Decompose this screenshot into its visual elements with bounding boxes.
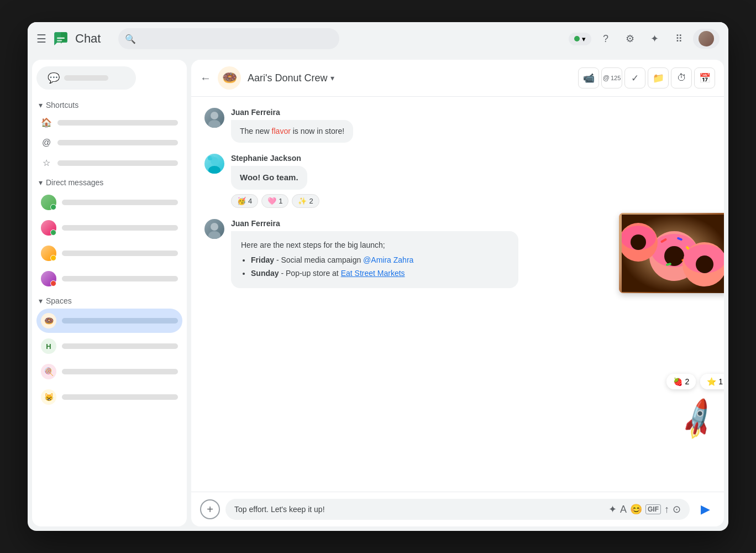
space-item-star[interactable]: 😸 <box>36 385 182 409</box>
reaction-sparkle[interactable]: ✨ 2 <box>292 194 319 208</box>
donut-image <box>619 213 724 293</box>
donut-image-inner <box>619 213 724 293</box>
space-item-lollipop[interactable]: 🍭 <box>36 359 182 384</box>
chat-group-icon: 🍩 <box>218 66 241 90</box>
space-item-h[interactable]: H <box>36 334 182 358</box>
h-space-icon: H <box>41 338 56 354</box>
dm-item-3[interactable] <box>36 241 182 265</box>
input-area: + ✦ A 😊 GIF ↑ ⊙ ▶ <box>191 492 724 526</box>
dm-label: Direct messages <box>46 178 103 187</box>
dm-section-header[interactable]: ▾ Direct messages <box>36 174 182 189</box>
svg-point-8 <box>211 223 218 231</box>
format-icon[interactable]: A <box>620 504 627 515</box>
reaction-heart[interactable]: 🩷 1 <box>261 194 288 208</box>
svg-point-14 <box>664 246 684 266</box>
sunday-text: - Pop-up store at <box>281 269 340 278</box>
eat-street-link[interactable]: Eat Street Markets <box>341 269 405 278</box>
dm-name-1 <box>62 200 178 205</box>
msg-avatar-juan-2 <box>204 219 224 239</box>
shortcuts-label: Shortcuts <box>46 101 78 109</box>
grid-icon: ⠿ <box>675 33 683 45</box>
back-button[interactable]: ← <box>200 72 211 85</box>
star-count: 1 <box>718 377 723 386</box>
reaction-party[interactable]: 🥳 4 <box>231 194 258 208</box>
status-indicator[interactable]: ▾ <box>569 33 591 45</box>
rocket-icon: 🚀 <box>674 396 722 443</box>
star-reaction[interactable]: ⭐ 1 <box>700 374 724 389</box>
steps-bubble: Here are the next steps for the big laun… <box>231 231 518 288</box>
hamburger-icon[interactable]: ☰ <box>36 32 46 45</box>
dm-avatar-1 <box>41 195 56 210</box>
add-button[interactable]: + <box>200 499 220 519</box>
dm-name-4 <box>62 276 178 281</box>
msg-bubble-2: Woo! Go team. <box>231 166 307 190</box>
settings-button[interactable]: ⚙ <box>620 29 640 49</box>
svg-point-2 <box>211 112 218 119</box>
donut-space-icon: 🍩 <box>41 313 56 328</box>
sidebar-item-mentions[interactable]: @ <box>36 133 182 152</box>
dm-item-4[interactable] <box>36 267 182 291</box>
calendar-button[interactable]: 📅 <box>694 67 715 88</box>
lollipop-space-label <box>62 369 178 374</box>
add-icon: + <box>207 503 213 516</box>
svg-point-25 <box>631 234 646 250</box>
status-chevron: ▾ <box>582 35 586 43</box>
tasks-button[interactable]: ✓ <box>624 67 645 88</box>
send-icon: ▶ <box>701 502 710 517</box>
help-button[interactable]: ? <box>596 29 616 49</box>
ai-button[interactable]: ✦ <box>644 29 664 49</box>
spaces-section-header[interactable]: ▾ Spaces <box>36 292 182 307</box>
upload-icon[interactable]: ↑ <box>664 504 669 515</box>
grid-button[interactable]: ⠿ <box>669 29 689 49</box>
strawberry-reaction[interactable]: 🍓 2 <box>666 374 696 389</box>
msg-content-2: Stephanie Jackson Woo! Go team. 🥳 4 🩷 1 <box>231 154 711 208</box>
highlight-flavor: flavor <box>272 127 291 135</box>
space-item-donut[interactable]: 🍩 <box>36 309 182 333</box>
msg-content-1: Juan Ferreira The new flavor is now in s… <box>231 108 711 143</box>
chat-title: Aari's Donut Crew ▾ <box>248 72 334 84</box>
settings-icon: ⚙ <box>626 33 634 45</box>
sidebar-item-home[interactable]: 🏠 <box>36 113 182 132</box>
pinned-button[interactable]: ⏱ <box>671 67 692 88</box>
messages-area: Juan Ferreira The new flavor is now in s… <box>191 97 724 492</box>
ai-compose-icon[interactable]: ✦ <box>608 503 617 515</box>
mentions-label-bar <box>57 140 178 145</box>
star-icon: ☆ <box>41 158 52 168</box>
send-button[interactable]: ▶ <box>695 499 715 519</box>
dm-avatar-2 <box>41 220 56 236</box>
emoji-icon[interactable]: 😊 <box>630 503 642 515</box>
tasks-icon: ✓ <box>631 72 639 84</box>
shortcuts-section-header[interactable]: ▾ Shortcuts <box>36 96 182 112</box>
reaction-sparkle-emoji: ✨ <box>298 197 307 205</box>
svg-point-3 <box>208 120 221 128</box>
search-input[interactable] <box>118 28 339 49</box>
top-bar-right: ▾ ? ⚙ ✦ ⠿ <box>569 29 720 49</box>
reaction-heart-emoji: 🩷 <box>267 197 276 205</box>
chat-title-dropdown-icon[interactable]: ▾ <box>330 74 334 82</box>
svg-rect-0 <box>57 38 65 39</box>
search-bar: 🔍 <box>118 28 339 49</box>
home-label-bar <box>57 120 178 126</box>
more-icon[interactable]: ⊙ <box>673 503 681 515</box>
video-call-button[interactable]: 📹 <box>578 67 599 88</box>
mentions-count: 125 <box>611 75 621 81</box>
new-chat-button[interactable]: 💬 <box>36 66 136 90</box>
friday-label: Friday <box>251 255 274 264</box>
account-button[interactable] <box>693 29 720 49</box>
donut-space-label <box>62 318 178 324</box>
dm-chevron: ▾ <box>39 178 43 187</box>
message-input[interactable] <box>234 505 604 514</box>
msg-sender-juan-1: Juan Ferreira <box>231 108 711 117</box>
pinned-icon: ⏱ <box>677 72 686 84</box>
mentions-button[interactable]: @ 125 <box>601 67 622 88</box>
sidebar-item-starred[interactable]: ☆ <box>36 153 182 173</box>
amira-mention[interactable]: @Amira Zahra <box>363 255 413 264</box>
help-icon: ? <box>603 33 608 45</box>
gif-icon[interactable]: GIF <box>645 504 661 514</box>
msg-bubble-1: The new flavor is now in store! <box>231 120 353 143</box>
message-group-2: Stephanie Jackson Woo! Go team. 🥳 4 🩷 1 <box>204 154 711 208</box>
files-button[interactable]: 📁 <box>648 67 669 88</box>
dm-item-2[interactable] <box>36 216 182 240</box>
dm-name-3 <box>62 251 178 256</box>
dm-item-1[interactable] <box>36 190 182 215</box>
